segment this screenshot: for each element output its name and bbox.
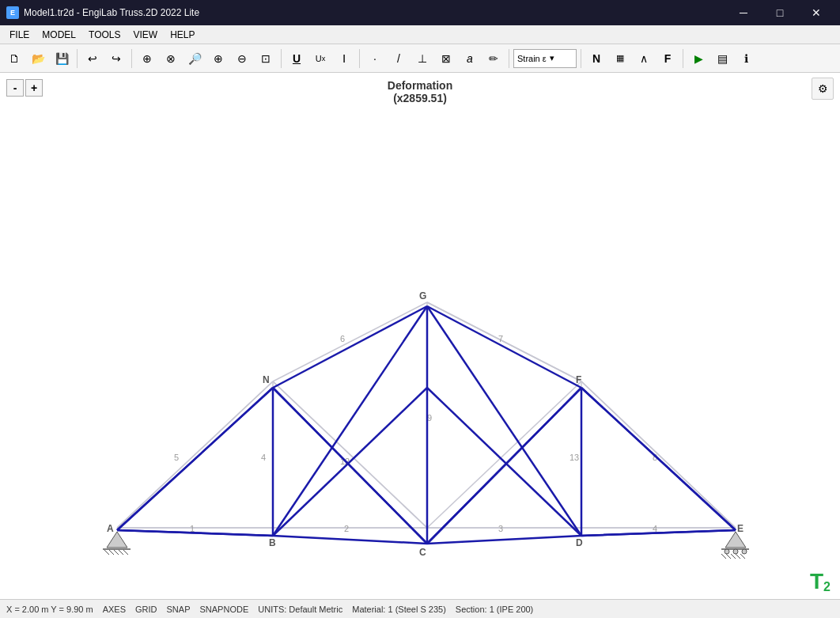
svg-line-37 (117, 388, 273, 530)
svg-line-73 (740, 554, 745, 559)
svg-line-71 (731, 554, 736, 559)
menu-tools[interactable]: TOOLS (82, 25, 127, 44)
open-button[interactable]: 📂 (27, 47, 49, 70)
titlebar: E Model1.tr2d - EngiLab Truss.2D 2022 Li… (0, 0, 840, 25)
play-button[interactable]: ▶ (687, 47, 709, 70)
svg-line-41 (117, 530, 273, 536)
titlebar-left: E Model1.tr2d - EngiLab Truss.2D 2022 Li… (6, 6, 199, 19)
beam-button[interactable]: I (333, 47, 355, 70)
line-button[interactable]: / (388, 47, 410, 70)
svg-text:4: 4 (653, 524, 657, 533)
svg-line-46 (273, 306, 427, 536)
sep1 (77, 49, 78, 68)
zoom-out-button[interactable]: ⊖ (231, 47, 253, 70)
units-display: UNITS: Default Metric (258, 605, 342, 614)
select-button[interactable]: ⊕ (136, 47, 158, 70)
svg-point-68 (742, 549, 747, 554)
node-button[interactable]: ⊗ (160, 47, 182, 70)
zoom-in-button[interactable]: ⊕ (207, 47, 229, 70)
truss-diagram: 6 7 5 8 4 13 12 1 2 3 4 9 (0, 73, 840, 599)
svg-point-66 (725, 549, 729, 554)
svg-text:B: B (269, 537, 276, 548)
section-button[interactable]: ▦ (609, 47, 631, 70)
new-button[interactable]: 🗋 (3, 47, 25, 70)
close-button[interactable]: ✕ (799, 0, 834, 25)
svg-marker-64 (725, 532, 746, 548)
menu-model[interactable]: MODEL (36, 25, 82, 44)
svg-line-40 (581, 388, 736, 530)
undo-button[interactable]: ↩ (81, 47, 104, 70)
svg-line-32 (427, 306, 581, 388)
menu-help[interactable]: HELP (164, 25, 201, 44)
snap-toggle[interactable]: SNAP (167, 605, 191, 614)
titlebar-controls[interactable]: ─ □ ✕ (726, 0, 834, 25)
svg-line-31 (273, 306, 427, 388)
sep7 (683, 49, 683, 68)
menu-file[interactable]: FILE (3, 25, 36, 44)
logo-text: T (810, 569, 823, 594)
toolbar: 🗋 📂 💾 ↩ ↪ ⊕ ⊗ 🔎 ⊕ ⊖ ⊡ U Ux I · / ⊥ ⊠ a ✏… (0, 44, 840, 73)
info-button[interactable]: ℹ (735, 47, 757, 70)
app-icon: E (6, 6, 19, 19)
perp-button[interactable]: ⊥ (411, 47, 433, 70)
svg-line-16 (273, 381, 427, 528)
svg-line-61 (114, 550, 119, 555)
zoom-tool-button[interactable]: 🔎 (184, 47, 206, 70)
logo-sub: 2 (823, 580, 831, 594)
sep3 (281, 49, 282, 68)
svg-text:3: 3 (498, 524, 503, 533)
underline-button[interactable]: U (286, 47, 308, 70)
coords-display: X = 2.00 m Y = 9.90 m (6, 605, 93, 614)
svg-line-72 (736, 554, 740, 559)
maximize-button[interactable]: □ (762, 0, 797, 25)
save-button[interactable]: 💾 (51, 47, 73, 70)
lambda-button[interactable]: ∧ (633, 47, 655, 70)
zoom-fit-button[interactable]: ⊡ (255, 47, 277, 70)
sep6 (581, 49, 581, 68)
menu-view[interactable]: VIEW (127, 25, 165, 44)
svg-point-67 (733, 549, 738, 554)
table-button[interactable]: ▤ (711, 47, 733, 70)
svg-line-59 (104, 550, 109, 555)
svg-line-47 (427, 306, 581, 536)
N-button[interactable]: N (585, 47, 607, 70)
svg-text:6: 6 (340, 334, 345, 343)
menubar: FILE MODEL TOOLS VIEW HELP (0, 25, 840, 44)
ux-button[interactable]: Ux (309, 47, 331, 70)
sep2 (131, 49, 132, 68)
axes-toggle[interactable]: AXES (103, 605, 126, 614)
F-button[interactable]: F (656, 47, 679, 70)
svg-text:C: C (419, 547, 426, 558)
sep5 (509, 49, 509, 68)
svg-line-15 (581, 381, 736, 528)
svg-line-69 (721, 554, 726, 559)
snapnode-toggle[interactable]: SNAPNODE (200, 605, 249, 614)
section-display: Section: 1 (IPE 200) (456, 605, 533, 614)
svg-text:2: 2 (344, 524, 349, 533)
svg-text:E: E (737, 523, 744, 534)
minimize-button[interactable]: ─ (726, 0, 761, 25)
text-button[interactable]: a (459, 47, 481, 70)
svg-text:4: 4 (261, 453, 266, 462)
column-button[interactable]: ⊠ (435, 47, 457, 70)
svg-text:G: G (419, 290, 426, 301)
result-dropdown[interactable]: Strain ε ▾ (513, 49, 577, 68)
pen-button[interactable]: ✏ (482, 47, 505, 70)
window-title: Model1.tr2d - EngiLab Truss.2D 2022 Lite (24, 7, 199, 18)
svg-line-60 (109, 550, 114, 555)
statusbar: X = 2.00 m Y = 9.90 m AXES GRID SNAP SNA… (0, 599, 840, 618)
canvas-area: Deformation (x2859.51) ⚙ - + (0, 73, 840, 599)
svg-line-14 (427, 381, 581, 528)
svg-line-62 (119, 550, 123, 555)
engilab-logo: T2 (810, 569, 831, 594)
svg-text:5: 5 (174, 453, 179, 462)
svg-line-63 (123, 550, 128, 555)
svg-text:7: 7 (498, 334, 503, 343)
redo-button[interactable]: ↪ (105, 47, 127, 70)
svg-marker-57 (107, 532, 127, 548)
grid-toggle[interactable]: GRID (135, 605, 157, 614)
svg-line-12 (117, 381, 273, 528)
dot-button[interactable]: · (364, 47, 386, 70)
svg-text:F: F (576, 374, 581, 385)
dropdown-arrow: ▾ (550, 53, 554, 63)
